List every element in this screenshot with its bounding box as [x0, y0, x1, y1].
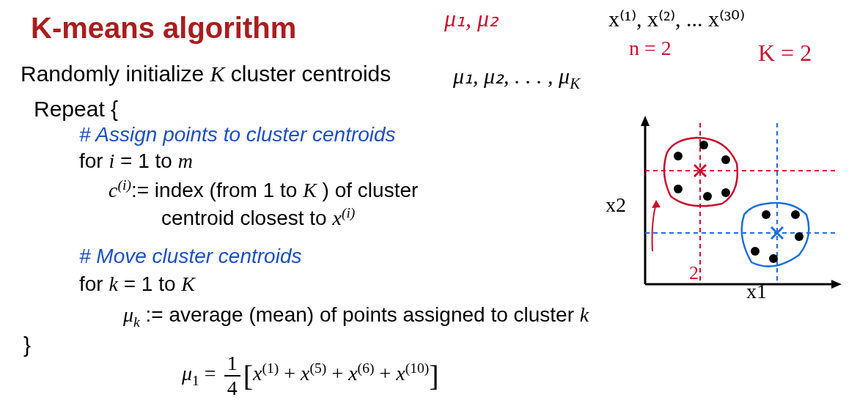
- close-brace: }: [23, 333, 31, 357]
- for1-m: m: [178, 149, 193, 172]
- for2-K: K: [181, 272, 195, 295]
- svg-point-18: [769, 254, 778, 263]
- slide-title: K-means algorithm: [31, 12, 296, 45]
- handwritten-K: K = 2: [758, 40, 812, 67]
- mu-list: μ₁, μ₂, . . . , μK: [453, 63, 580, 93]
- f-rb: ]: [429, 360, 438, 393]
- ci-sup: (i): [117, 177, 131, 193]
- for2-mid: = 1 to: [118, 272, 181, 295]
- comment-assign: # Assign points to cluster centroids: [79, 123, 396, 147]
- ci2-sup: (i): [342, 205, 356, 220]
- f-p3: +: [374, 362, 396, 385]
- ci-assignment: c(i):= index (from 1 to K ) of cluster: [108, 177, 418, 202]
- f-mu: μ: [182, 362, 192, 385]
- ci2-x: x: [332, 207, 341, 229]
- muk-sub: k: [133, 314, 140, 330]
- svg-point-14: [762, 210, 770, 219]
- svg-point-12: [703, 192, 712, 201]
- svg-point-13: [721, 188, 730, 197]
- f-s5: (5): [310, 360, 327, 376]
- svg-point-15: [791, 210, 800, 219]
- scatter-plot: [608, 108, 843, 299]
- mu-list-text: μ₁, μ₂, . . . , μ: [453, 64, 570, 88]
- svg-point-11: [674, 185, 683, 193]
- svg-marker-23: [652, 200, 661, 208]
- svg-point-17: [751, 247, 760, 256]
- f-s10: (10): [405, 360, 430, 376]
- for-loop-k: for k = 1 to K: [79, 272, 195, 296]
- init-suffix: cluster centroids: [224, 62, 391, 86]
- f-sub1: 1: [192, 373, 199, 388]
- f-p2: +: [326, 362, 348, 385]
- ci-K: K: [303, 179, 317, 201]
- f-x1: x: [253, 362, 262, 385]
- muk-text: := average (mean) of points assigned to …: [140, 303, 580, 326]
- handwritten-x-points: x⁽¹⁾, x⁽²⁾, ... x⁽³⁰⁾: [608, 6, 745, 31]
- ci-text2: ) of cluster: [317, 179, 418, 201]
- ci-c: c: [108, 179, 117, 201]
- f-x5: x: [301, 362, 309, 385]
- comment-move: # Move cluster centroids: [79, 245, 301, 268]
- muk-k: k: [580, 303, 589, 326]
- f-x10: x: [396, 362, 405, 385]
- for1-prefix: for: [79, 149, 108, 172]
- init-line: Randomly initialize K cluster centroids: [21, 62, 391, 86]
- for2-prefix: for: [79, 272, 108, 295]
- for2-k: k: [108, 272, 117, 295]
- ci2-text: centroid closest to: [161, 207, 332, 229]
- f-num: 1: [224, 352, 240, 377]
- ci-text: := index (from 1 to: [131, 179, 303, 201]
- handwritten-n: n = 2: [629, 37, 672, 60]
- f-den: 4: [224, 377, 240, 400]
- svg-point-9: [699, 141, 708, 149]
- init-prefix: Randomly initialize: [21, 62, 210, 86]
- f-p1: +: [279, 362, 301, 385]
- repeat-brace: Repeat {: [34, 97, 118, 122]
- init-K: K: [210, 62, 224, 86]
- svg-marker-2: [641, 116, 650, 126]
- f-fraction: 14: [224, 352, 240, 400]
- muk-mu: μ: [123, 303, 133, 326]
- f-lb: [: [243, 360, 253, 393]
- muk-assignment: μk := average (mean) of points assigned …: [123, 303, 589, 330]
- ci-line2: centroid closest to x(i): [161, 205, 355, 230]
- for-loop-i: for i = 1 to m: [79, 149, 193, 173]
- f-s6: (6): [358, 360, 375, 376]
- svg-point-16: [795, 232, 803, 241]
- f-x6: x: [348, 362, 357, 385]
- f-s1: (1): [262, 360, 279, 376]
- mu1-formula: μ1 = 14[x(1) + x(5) + x(6) + x(10)]: [182, 352, 439, 400]
- for1-mid: = 1 to: [114, 149, 177, 172]
- svg-marker-3: [831, 280, 842, 289]
- handwritten-mu: μ₁, μ₂: [444, 4, 499, 32]
- svg-point-8: [674, 152, 683, 160]
- svg-point-10: [721, 155, 730, 164]
- mu-list-K: K: [570, 75, 580, 92]
- f-eq: =: [199, 362, 221, 385]
